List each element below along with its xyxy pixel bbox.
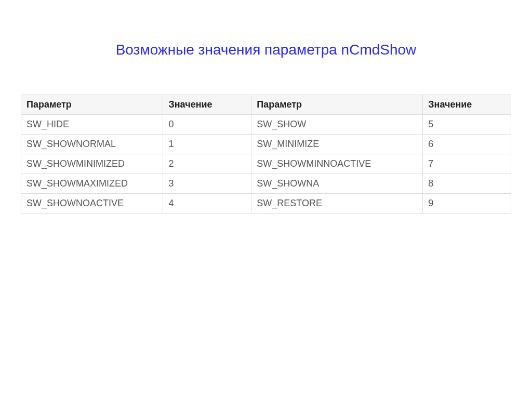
table-row: SW_SHOWNOACTIVE 4 SW_RESTORE 9 bbox=[21, 194, 511, 214]
cell-param: SW_SHOWMAXIMIZED bbox=[21, 174, 163, 194]
ncmdshow-table: Параметр Значение Параметр Значение SW_H… bbox=[21, 95, 511, 214]
cell-value: 9 bbox=[423, 194, 511, 214]
cell-value: 4 bbox=[163, 194, 251, 214]
cell-param: SW_SHOWNA bbox=[251, 174, 423, 194]
header-param-1: Параметр bbox=[21, 95, 163, 115]
cell-param: SW_MINIMIZE bbox=[251, 135, 423, 154]
cell-value: 3 bbox=[163, 174, 251, 194]
table-row: SW_HIDE 0 SW_SHOW 5 bbox=[21, 115, 511, 135]
cell-param: SW_SHOW bbox=[251, 115, 423, 135]
cell-param: SW_SHOWMINNOACTIVE bbox=[251, 154, 423, 174]
cell-value: 1 bbox=[163, 135, 251, 154]
cell-value: 6 bbox=[423, 135, 511, 154]
cell-param: SW_SHOWMINIMIZED bbox=[21, 154, 163, 174]
cell-value: 5 bbox=[423, 115, 511, 135]
cell-param: SW_RESTORE bbox=[251, 194, 423, 214]
cell-value: 7 bbox=[423, 154, 511, 174]
header-value-1: Значение bbox=[163, 95, 251, 115]
cell-value: 2 bbox=[163, 154, 251, 174]
cell-param: SW_SHOWNORMAL bbox=[21, 135, 163, 154]
page-title: Возможные значения параметра nCmdShow bbox=[21, 42, 511, 58]
document-page: Возможные значения параметра nCmdShow Па… bbox=[0, 0, 532, 214]
table-row: SW_SHOWNORMAL 1 SW_MINIMIZE 6 bbox=[21, 135, 511, 154]
header-value-2: Значение bbox=[423, 95, 511, 115]
table-header-row: Параметр Значение Параметр Значение bbox=[21, 95, 511, 115]
table-row: SW_SHOWMINIMIZED 2 SW_SHOWMINNOACTIVE 7 bbox=[21, 154, 511, 174]
cell-value: 0 bbox=[163, 115, 251, 135]
cell-param: SW_HIDE bbox=[21, 115, 163, 135]
table-row: SW_SHOWMAXIMIZED 3 SW_SHOWNA 8 bbox=[21, 174, 511, 194]
cell-value: 8 bbox=[423, 174, 511, 194]
cell-param: SW_SHOWNOACTIVE bbox=[21, 194, 163, 214]
header-param-2: Параметр bbox=[251, 95, 423, 115]
